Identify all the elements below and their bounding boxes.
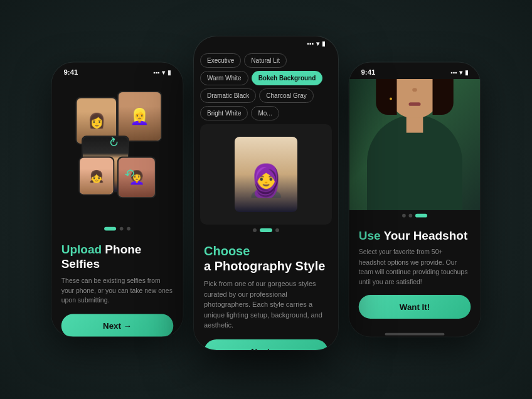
phone3-headline-rest: Your Headshot [381,229,468,242]
status-bar-2: ▪▪▪ ▾ ▮ [194,36,338,50]
phone3-headline-accent: Use [359,229,381,242]
phone3-headline: Use Your Headshot [359,228,471,243]
filter-bokeh[interactable]: Bokeh Background [252,71,323,85]
phone3-want-button[interactable]: Want It! [359,295,471,319]
filter-more[interactable]: Mo... [251,106,279,120]
phone1-bottom: Upload Phone Selfies These can be existi… [52,235,183,337]
filter-natural-lit[interactable]: Natural Lit [244,53,287,68]
filter-charcoal[interactable]: Charcoal Gray [259,88,313,103]
signal-icon: ▪▪▪ [153,69,159,75]
dot-2-3 [275,228,279,232]
status-icons-2: ▪▪▪ ▾ ▮ [307,40,326,47]
preview-photo: 🧕 [235,137,297,212]
dot-1-3 [127,227,130,231]
dot-3-1 [402,214,406,218]
phone-2-style: ▪▪▪ ▾ ▮ Executive Natural Lit Warm White… [194,36,338,350]
portrait-hair-left [376,79,396,115]
dot-3-3 [415,214,427,218]
dots-1 [52,222,183,235]
portrait-hair-right [433,79,454,115]
battery-icon-3: ▮ [465,69,469,75]
phone2-next-button[interactable]: Next → [204,339,328,351]
dot-2-1 [253,228,257,232]
dot-2-2 [260,228,272,232]
signal-icon-3: ▪▪▪ [450,69,457,75]
filter-tags: Executive Natural Lit Warm White Bokeh B… [194,50,338,124]
filter-warm-white[interactable]: Warm White [200,71,248,85]
phone1-headline: Upload Phone Selfies [61,242,174,271]
filter-dramatic[interactable]: Dramatic Black [200,88,256,103]
status-bar-3: 9:41 ▪▪▪ ▾ ▮ [349,63,481,80]
signal-icon-2: ▪▪▪ [307,40,314,47]
portrait-bg [349,79,481,210]
selfie-bottom-left: 👧 [78,157,114,196]
wifi-icon: ▾ [162,69,165,75]
phone1-headline-accent: Upload [61,243,102,256]
wifi-icon-2: ▾ [316,40,319,47]
dot-1-2 [120,227,124,231]
phone-3-headshot: 9:41 ▪▪▪ ▾ ▮ [349,63,481,337]
status-bar-1: 9:41 ▪▪▪ ▾ ▮ [52,63,183,80]
phone-1-upload: 9:41 ▪▪▪ ▾ ▮ 👩 👱‍♀️ [52,63,183,337]
phone2-headline: Choose a Photography Style [204,243,328,274]
wifi-icon-3: ▾ [459,69,462,75]
headshot-area [349,79,481,210]
phone3-subtitle: Select your favorite from 50+ headshot o… [359,247,471,287]
status-icons-3: ▪▪▪ ▾ ▮ [450,69,468,75]
selfies-content: 👩 👱‍♀️ 🧕 👩 [52,79,183,329]
earring [390,98,392,100]
time-1: 9:41 [64,68,78,77]
filter-bright[interactable]: Bright White [200,106,248,120]
preview-area: WM 🧕 [200,124,332,225]
dots-2 [194,225,338,236]
phone2-headline-rest: a Photography Style [204,259,325,273]
phone2-headline-accent: Choose [204,244,250,258]
portrait-face [391,79,439,118]
dots-3 [349,210,481,221]
phone2-subtitle: Pick from one of our gorgeous styles cur… [204,279,328,331]
phone1-next-button[interactable]: Next → [61,314,174,337]
phone2-bottom: Choose a Photography Style Pick from one… [194,236,338,350]
home-indicator-3 [385,333,445,336]
selfie-top-right: 👱‍♀️ [117,91,162,142]
phones-container: 9:41 ▪▪▪ ▾ ▮ 👩 👱‍♀️ [36,30,496,369]
time-3: 9:41 [361,68,376,77]
phone1-subtitle: These can be existing selfies from your … [61,276,174,306]
status-icons-1: ▪▪▪ ▾ ▮ [153,69,171,75]
dot-1-1 [104,227,116,231]
phone3-bottom: Use Your Headshot Select your favorite f… [349,221,481,328]
battery-icon-2: ▮ [322,40,326,47]
filter-executive[interactable]: Executive [200,53,241,68]
preview-photo-inner: 🧕 [235,137,297,212]
selfies-grid: 👩 👱‍♀️ 🧕 👩 [52,79,183,222]
battery-icon: ▮ [168,69,171,75]
dot-3-2 [409,214,413,218]
